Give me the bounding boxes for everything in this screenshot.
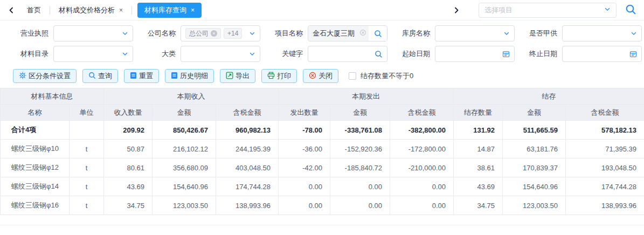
field-major-category: 大类 <box>140 46 260 62</box>
tag-label: 总公司 <box>189 29 209 38</box>
column-header: 含税金额 <box>390 105 454 121</box>
value-cell: 511,665.59 <box>503 121 566 140</box>
warehouse-name-select[interactable] <box>435 25 515 42</box>
value-cell: -338,761.08 <box>330 121 390 140</box>
field-business-license: 营业执照 <box>13 25 133 42</box>
chevron-left-icon[interactable] <box>4 6 18 14</box>
print-button[interactable]: 打印 <box>261 69 297 83</box>
table-row[interactable]: 螺纹三级钢φ16t34.75123,003.50138,993.960.000.… <box>1 196 644 215</box>
project-name-input[interactable]: 金石大厦三期 <box>308 26 369 41</box>
value-cell: 0.00 <box>279 196 330 215</box>
project-name-input-group: 金石大厦三期 <box>308 25 387 42</box>
button-label: 打印 <box>277 71 291 81</box>
material-name-cell: 螺纹三级钢φ12 <box>1 158 70 177</box>
value-cell: 34.75 <box>104 196 153 215</box>
start-date-input[interactable] <box>435 46 515 62</box>
major-category-select[interactable] <box>181 46 260 62</box>
group-header: 结存 <box>454 88 644 105</box>
table-row[interactable]: 螺纹三级钢φ12t80.61356,680.09403,048.50-42.00… <box>1 158 644 177</box>
company-name-select[interactable]: 总公司× +14 <box>181 25 260 42</box>
value-cell: 193,048.50 <box>566 158 644 177</box>
value-cell: -78.00 <box>279 121 330 140</box>
value-cell: 0.00 <box>390 177 454 196</box>
field-label: 营业执照 <box>13 29 49 38</box>
close-button[interactable]: 关闭 <box>303 69 338 83</box>
nonzero-balance-checkbox[interactable] <box>349 72 356 80</box>
total-row[interactable]: 合计4项209.92850,426.67960,982.13-78.00-338… <box>1 121 644 140</box>
field-end-date: 终止日期 <box>522 46 642 62</box>
export-button[interactable]: 导出 <box>220 69 255 83</box>
value-cell: 403,048.50 <box>216 158 279 177</box>
business-license-select[interactable] <box>53 25 133 42</box>
gear-icon <box>19 72 29 81</box>
search-icon[interactable] <box>375 50 383 58</box>
column-header: 金额 <box>503 105 566 121</box>
column-header: 发出数量 <box>279 105 330 121</box>
value-cell: 138,993.96 <box>566 196 644 215</box>
project-search-button[interactable] <box>369 26 387 41</box>
tab-material-inventory-query[interactable]: 材料库存查询× <box>137 3 202 18</box>
material-name-cell: 螺纹三级钢φ16 <box>1 196 70 215</box>
column-header: 名称 <box>1 105 70 121</box>
value-cell: 123,003.50 <box>153 196 216 215</box>
chevron-down-icon <box>249 51 255 57</box>
printer-icon <box>267 72 277 81</box>
value-cell: 0.00 <box>330 177 390 196</box>
value-cell: 38.61 <box>454 158 503 177</box>
tab-separator <box>131 6 132 15</box>
chevron-down-icon <box>249 30 255 37</box>
keyword-input[interactable] <box>308 46 387 62</box>
clear-icon[interactable] <box>359 29 366 38</box>
value-cell: 71,395.39 <box>566 140 644 158</box>
value-cell: 63,181.76 <box>503 140 566 158</box>
chevron-down-icon <box>503 30 510 37</box>
unit-cell: t <box>70 196 104 215</box>
tab-material-price-analysis[interactable]: 材料成交价格分析× <box>50 0 131 20</box>
tab-close-icon[interactable]: × <box>191 6 195 14</box>
unit-cell: t <box>70 177 104 196</box>
column-header: 金额 <box>330 105 390 121</box>
table-row[interactable]: 螺纹三级钢φ10t50.87216,102.12244,195.39-36.00… <box>1 140 644 158</box>
material-name-cell: 螺纹三级钢φ10 <box>1 140 70 158</box>
field-warehouse-name: 库房名称 <box>394 25 515 42</box>
history-detail-button[interactable]: 历史明细 <box>165 69 214 83</box>
filter-settings-button[interactable]: 区分条件设置 <box>13 69 77 83</box>
unit-cell: t <box>70 140 104 158</box>
value-cell: 43.69 <box>454 177 503 196</box>
field-label: 关键字 <box>267 49 303 59</box>
material-name-cell: 螺纹三级钢φ14 <box>1 177 70 196</box>
value-cell: -152,920.36 <box>330 140 390 158</box>
tab-close-icon[interactable]: × <box>119 6 123 14</box>
value-cell: 43.69 <box>104 177 153 196</box>
value-cell: -172,800.00 <box>390 140 454 158</box>
overflow-count-tag: +14 <box>224 28 242 39</box>
table-row[interactable]: 螺纹三级钢φ14t43.69154,640.96174,744.280.000.… <box>1 177 644 196</box>
value-cell: 14.87 <box>454 140 503 158</box>
field-start-date: 起始日期 <box>394 46 515 62</box>
material-catalog-select[interactable] <box>53 46 133 62</box>
column-header: 金额 <box>153 105 216 121</box>
query-button[interactable]: 查询 <box>82 69 118 83</box>
field-material-catalog: 材料目录 <box>13 46 133 62</box>
checkbox-label: 结存数量不等于0 <box>361 71 413 81</box>
tag-close-icon[interactable]: × <box>211 30 217 37</box>
end-date-input[interactable] <box>562 46 642 62</box>
button-label: 区分条件设置 <box>29 71 71 81</box>
field-project-name: 项目名称 金石大厦三期 <box>267 25 387 42</box>
field-label: 公司名称 <box>140 29 176 38</box>
field-owner-supplied: 是否甲供 <box>522 25 642 42</box>
reset-button[interactable]: 重置 <box>124 69 159 83</box>
search-icon[interactable] <box>625 4 636 17</box>
column-header: 含税金额 <box>216 105 279 121</box>
search-icon <box>88 72 98 81</box>
field-keyword: 关键字 <box>267 46 387 62</box>
document-icon <box>130 72 139 81</box>
tab-home[interactable]: 首页 <box>18 0 50 20</box>
value-cell: 0.00 <box>279 177 330 196</box>
field-label: 项目名称 <box>267 29 303 38</box>
chevron-right-icon[interactable] <box>449 6 463 14</box>
owner-supplied-select[interactable] <box>562 25 642 42</box>
project-select[interactable]: 选择项目 <box>479 3 617 18</box>
group-header: 本期收入 <box>104 88 279 105</box>
export-icon <box>226 72 236 81</box>
